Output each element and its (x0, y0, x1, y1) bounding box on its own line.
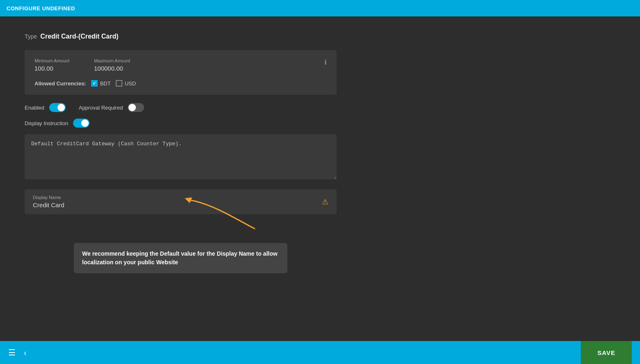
approval-required-toggle-knob (128, 104, 136, 111)
save-button[interactable]: SAVE (581, 341, 632, 364)
minimum-amount-label: Minimum Amount (34, 58, 69, 63)
display-instruction-row: Display Instruction (25, 119, 337, 128)
currencies-row: Allowed Currencies: BDT USD (34, 80, 327, 87)
info-icon[interactable]: ℹ (324, 58, 327, 66)
amounts-row: Minimum Amount 100.00 Maximum Amount 100… (34, 58, 327, 72)
enabled-toggle-knob (57, 104, 65, 111)
type-value: Credit Card-(Credit Card) (40, 33, 118, 40)
display-instruction-toggle[interactable] (73, 119, 89, 128)
usd-checkbox[interactable] (116, 80, 122, 87)
tooltip-box: We recommend keeping the Default value f… (74, 243, 287, 273)
approval-required-toggle[interactable] (128, 103, 144, 112)
maximum-amount-group: Maximum Amount 100000.00 (94, 58, 130, 72)
usd-label: USD (125, 80, 136, 87)
bdt-label: BDT (100, 80, 111, 87)
approval-required-label: Approval Required (79, 105, 123, 111)
bottom-bar: ☰ ‹ SAVE (0, 341, 640, 364)
hamburger-icon[interactable]: ☰ (8, 348, 16, 357)
type-label: Type (25, 33, 37, 40)
bdt-checkbox-group[interactable]: BDT (91, 80, 111, 87)
display-instruction-label: Display Instruction (25, 120, 68, 126)
main-content: Type Credit Card-(Credit Card) Minimum A… (0, 16, 640, 341)
instruction-textarea[interactable]: Default CreditCard Gateway (Cash Counter… (25, 134, 337, 179)
display-instruction-toggle-knob (81, 119, 89, 127)
top-bar-title: CONFIGURE UNDEFINED (7, 5, 75, 11)
enabled-toggle[interactable] (49, 103, 66, 112)
type-row: Type Credit Card-(Credit Card) (25, 33, 615, 40)
display-name-label: Display Name (33, 195, 64, 200)
minimum-amount-group: Minimum Amount 100.00 (34, 58, 69, 72)
minimum-amount-value: 100.00 (34, 65, 69, 72)
instruction-textarea-wrapper: Default CreditCard Gateway (Cash Counter… (25, 134, 337, 181)
currencies-label: Allowed Currencies: (34, 80, 86, 87)
back-icon[interactable]: ‹ (24, 348, 27, 357)
usd-checkbox-group[interactable]: USD (116, 80, 136, 87)
display-name-value: Credit Card (33, 201, 64, 208)
top-bar: CONFIGURE UNDEFINED (0, 0, 640, 16)
warning-icon: ⚠ (322, 197, 328, 206)
bdt-checkbox[interactable] (91, 80, 98, 87)
tooltip-text: We recommend keeping the Default value f… (82, 250, 278, 266)
amounts-card: Minimum Amount 100.00 Maximum Amount 100… (25, 50, 337, 95)
enabled-label: Enabled (25, 105, 44, 111)
display-name-card: Display Name Credit Card ⚠ (25, 189, 337, 214)
maximum-amount-value: 100000.00 (94, 65, 130, 72)
display-name-inner: Display Name Credit Card (33, 195, 64, 208)
bottom-left: ☰ ‹ (8, 348, 27, 357)
maximum-amount-label: Maximum Amount (94, 58, 130, 63)
toggles-row: Enabled Approval Required (25, 103, 337, 112)
